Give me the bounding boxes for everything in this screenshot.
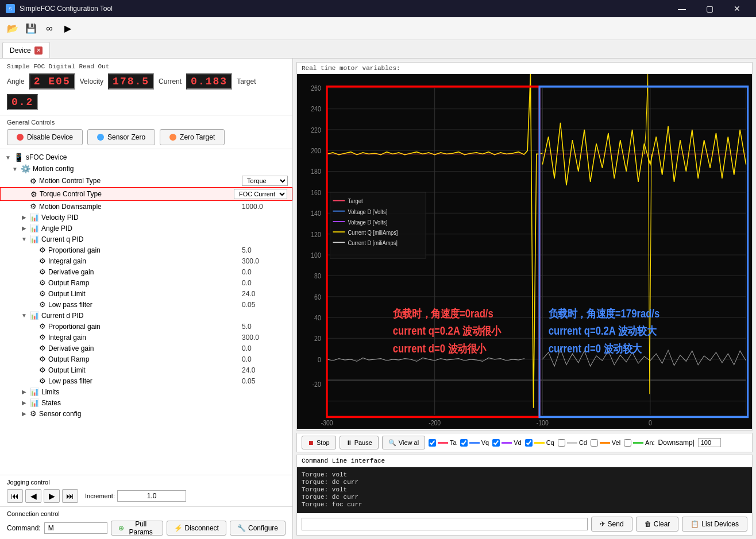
q-outramp-value: 0.0 — [242, 279, 288, 287]
cd-legend[interactable]: Cd — [558, 439, 587, 447]
torque-control-type-select[interactable]: FOC Current DC Current Voltage — [234, 189, 287, 199]
svg-text:current d=0 波动很小: current d=0 波动很小 — [393, 343, 487, 355]
root-icon: 📱 — [14, 153, 24, 162]
d-der-gain-item[interactable]: ⚙ Derivative gain 0.0 — [0, 343, 292, 354]
states-item[interactable]: ▶ 📊 States — [0, 397, 292, 408]
motion-config-toggle[interactable]: ▼ — [11, 165, 18, 172]
target-legend[interactable]: Ta — [429, 439, 457, 447]
svg-text:-300: -300 — [321, 419, 333, 426]
vq-legend[interactable]: Vq — [460, 439, 489, 447]
states-toggle[interactable]: ▶ — [21, 400, 28, 406]
svg-text:20: 20 — [314, 335, 321, 343]
minimize-button[interactable]: — — [669, 0, 695, 17]
cq-legend[interactable]: Cq — [525, 439, 554, 447]
limits-item[interactable]: ▶ 📊 Limits — [0, 386, 292, 397]
velocity-pid-item[interactable]: ▶ 📊 Velocity PID — [0, 212, 292, 223]
d-out-limit-item[interactable]: ⚙ Output Limit 24.0 — [0, 364, 292, 375]
limits-toggle[interactable]: ▶ — [21, 389, 28, 395]
d-lpf-item[interactable]: ⚙ Low pass filter 0.05 — [0, 375, 292, 386]
vpid-toggle[interactable]: ▶ — [21, 214, 28, 221]
jog-forward-button[interactable]: ▶ — [44, 489, 60, 503]
current-q-pid-item[interactable]: ▼ 📊 Current q PID — [0, 234, 292, 245]
close-button[interactable]: ✕ — [724, 0, 750, 17]
q-int-icon: ⚙ — [39, 257, 46, 265]
toolbar-open-button[interactable]: 📂 — [5, 21, 21, 37]
q-lpf-icon: ⚙ — [39, 300, 46, 309]
svg-text:-200: -200 — [429, 419, 441, 426]
torque-control-type-item[interactable]: ⚙ Torque Control Type FOC Current DC Cur… — [0, 187, 292, 201]
ang-legend[interactable]: An: — [624, 439, 655, 447]
q-out-limit-item[interactable]: ⚙ Output Limit 24.0 — [0, 288, 292, 299]
toolbar-run-button[interactable]: ▶ — [60, 21, 76, 37]
jog-back-button[interactable]: ◀ — [25, 489, 41, 503]
device-tab-close[interactable]: ✕ — [34, 46, 43, 55]
vel-checkbox[interactable] — [591, 439, 598, 447]
send-button[interactable]: ✈ Send — [591, 517, 632, 532]
disconnect-button[interactable]: ⚡ Disconnect — [167, 521, 226, 536]
vd-checkbox[interactable] — [492, 439, 500, 447]
disable-device-button[interactable]: Disable Device — [7, 129, 83, 145]
sensor-config-item[interactable]: ▶ ⚙ Sensor config — [0, 408, 292, 419]
pause-button[interactable]: ⏸ Pause — [340, 436, 379, 449]
window-controls[interactable]: — ▢ ✕ — [669, 0, 750, 17]
q-der-value: 0.0 — [242, 268, 288, 276]
q-prop-gain-item[interactable]: ⚙ Proportional gain 5.0 — [0, 245, 292, 255]
jog-back-fast-button[interactable]: ⏮ — [7, 489, 23, 503]
tree-root[interactable]: ▼ 📱 sFOC Device — [0, 152, 292, 163]
d-int-gain-item[interactable]: ⚙ Integral gain 300.0 — [0, 332, 292, 343]
cdpid-toggle[interactable]: ▼ — [21, 312, 28, 319]
sensor-zero-button[interactable]: Sensor Zero — [87, 129, 155, 145]
ang-checkbox[interactable] — [624, 439, 631, 447]
vd-legend[interactable]: Vd — [492, 439, 521, 447]
jogging-buttons: ⏮ ◀ ▶ ⏭ Increment: — [7, 489, 286, 503]
vel-legend[interactable]: Vel — [591, 439, 620, 447]
q-int-gain-item[interactable]: ⚙ Integral gain 300.0 — [0, 255, 292, 266]
clear-icon: 🗑 — [645, 520, 651, 528]
zero-target-button[interactable]: Zero Target — [160, 129, 225, 145]
maximize-button[interactable]: ▢ — [696, 0, 723, 17]
cd-checkbox[interactable] — [558, 439, 565, 447]
motion-control-type-select[interactable]: Torque Velocity Angle — [242, 176, 288, 186]
motion-control-type-item[interactable]: ⚙ Motion Control Type Torque Velocity An… — [0, 175, 292, 187]
cmd-input-field[interactable] — [302, 518, 588, 530]
list-devices-button[interactable]: 📋 List Devices — [682, 517, 747, 532]
clear-label: Clear — [654, 520, 670, 528]
pull-params-button[interactable]: ⊕ Pull Params — [111, 521, 163, 536]
stop-button[interactable]: ⏹ Stop — [302, 436, 336, 449]
sc-toggle[interactable]: ▶ — [21, 410, 28, 417]
svg-text:负载时，角速度=179rad/s: 负载时，角速度=179rad/s — [548, 307, 660, 320]
clear-button[interactable]: 🗑 Clear — [636, 517, 679, 532]
q-lpf-value: 0.05 — [242, 301, 288, 309]
root-toggle[interactable]: ▼ — [5, 154, 11, 161]
configure-button[interactable]: 🔧 Configure — [230, 521, 286, 536]
motion-config-item[interactable]: ▼ ⚙️ Motion config — [0, 163, 292, 175]
connection-section: Connection control Command: ⊕ Pull Param… — [0, 506, 292, 539]
cq-checkbox[interactable] — [525, 439, 533, 447]
q-der-gain-item[interactable]: ⚙ Derivative gain 0.0 — [0, 266, 292, 277]
cqpid-toggle[interactable]: ▼ — [21, 236, 28, 243]
downsample-input[interactable] — [698, 438, 721, 447]
q-outlimit-value: 24.0 — [242, 290, 288, 298]
command-input[interactable] — [44, 522, 107, 534]
device-tab[interactable]: Device ✕ — [2, 42, 50, 58]
current-d-pid-item[interactable]: ▼ 📊 Current d PID — [0, 310, 292, 321]
toolbar-save-button[interactable]: 💾 — [23, 21, 39, 37]
apid-toggle[interactable]: ▶ — [21, 225, 28, 232]
q-der-icon: ⚙ — [39, 267, 46, 276]
jog-forward-fast-button[interactable]: ⏭ — [62, 489, 78, 503]
d-out-ramp-item[interactable]: ⚙ Output Ramp 0.0 — [0, 354, 292, 364]
motion-downsample-item[interactable]: ⚙ Motion Downsample 1000.0 — [0, 201, 292, 212]
main-toolbar: 📂 💾 ∞ ▶ — [0, 17, 756, 40]
output-line-2: Torque: dc curr — [302, 479, 747, 486]
increment-input[interactable] — [117, 490, 186, 502]
toolbar-loop-button[interactable]: ∞ — [41, 21, 57, 37]
angle-pid-item[interactable]: ▶ 📊 Angle PID — [0, 223, 292, 234]
d-outramp-label: Output Ramp — [48, 355, 240, 363]
target-checkbox[interactable] — [429, 439, 436, 447]
vq-checkbox[interactable] — [460, 439, 468, 447]
sensor-zero-label: Sensor Zero — [107, 133, 145, 141]
q-out-ramp-item[interactable]: ⚙ Output Ramp 0.0 — [0, 277, 292, 288]
q-lpf-item[interactable]: ⚙ Low pass filter 0.05 — [0, 299, 292, 310]
view-all-button[interactable]: 🔍 View al — [382, 436, 425, 449]
d-prop-gain-item[interactable]: ⚙ Proportional gain 5.0 — [0, 321, 292, 332]
